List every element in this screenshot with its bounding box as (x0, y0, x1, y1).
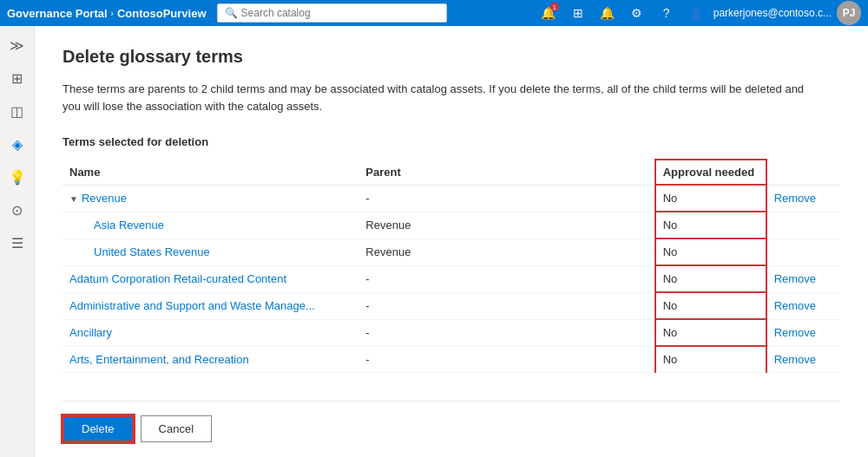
cell-parent: - (358, 346, 654, 373)
term-link[interactable]: Ancillary (69, 326, 112, 339)
settings-icon[interactable]: ⚙ (625, 1, 649, 25)
help-icon[interactable]: ? (654, 1, 679, 25)
cell-name: ▼Revenue (62, 185, 358, 212)
cell-action: Remove (766, 319, 840, 346)
remove-link[interactable]: Remove (774, 272, 816, 285)
cell-action (766, 212, 840, 238)
term-link[interactable]: Administrative and Support and Waste Man… (69, 299, 315, 312)
user-name: parkerjones@contoso.c... (713, 7, 832, 19)
brand-area: Governance Portal › ContosoPurview (7, 7, 207, 20)
remove-link[interactable]: Remove (774, 299, 816, 312)
brand-chevron: › (111, 9, 114, 18)
footer-buttons: Delete Cancel (62, 401, 840, 442)
notifications-icon[interactable]: 🔔 1 (536, 1, 561, 25)
avatar[interactable]: PJ (837, 1, 861, 25)
notification-badge: 1 (550, 3, 559, 11)
cell-approval: No (655, 185, 766, 212)
glossary-icon: ◈ (12, 136, 23, 153)
table-row: United States RevenueRevenueNo (62, 238, 840, 265)
cell-approval: No (655, 212, 766, 238)
sidebar: ≫ ⊞ ◫ ◈ 💡 ⊙ ☰ (0, 26, 35, 457)
bell-icon[interactable]: 🔔 (595, 1, 620, 25)
brand-name[interactable]: Governance Portal (7, 7, 108, 20)
cell-parent: - (358, 319, 654, 346)
page-title: Delete glossary terms (62, 47, 840, 67)
cancel-button[interactable]: Cancel (141, 415, 212, 442)
cell-action (766, 238, 840, 265)
sidebar-toggle[interactable]: ≫ (2, 29, 33, 61)
cell-action: Remove (766, 185, 840, 212)
toggle-icon: ≫ (10, 37, 24, 54)
sidebar-item-insights[interactable]: 💡 (2, 161, 33, 193)
chevron-down-icon: ▼ (69, 194, 78, 204)
cell-parent: Revenue (358, 238, 654, 265)
terms-table: Name Parent Approval needed ▼Revenue-NoR… (62, 159, 840, 373)
remove-link[interactable]: Remove (774, 326, 816, 339)
col-header-action (766, 160, 840, 185)
cell-approval: No (655, 292, 766, 319)
sidebar-item-browse[interactable]: ◫ (2, 95, 33, 127)
purview-name[interactable]: ContosoPurview (117, 7, 207, 20)
remove-link[interactable]: Remove (774, 353, 816, 366)
table-row: Adatum Corporation Retail-curated Conten… (62, 265, 840, 292)
search-box[interactable]: 🔍 (217, 3, 447, 23)
cell-approval: No (655, 265, 766, 292)
management-icon: ☰ (11, 235, 23, 251)
description-text: These terms are parents to 2 child terms… (62, 81, 818, 114)
delete-button[interactable]: Delete (62, 415, 134, 442)
cell-approval: No (655, 346, 766, 373)
section-label: Terms selected for deletion (62, 135, 840, 148)
table-header-row: Name Parent Approval needed (62, 160, 840, 185)
cell-parent: - (358, 292, 654, 319)
cell-approval: No (655, 238, 766, 265)
cell-approval: No (655, 319, 766, 346)
cell-action: Remove (766, 265, 840, 292)
insights-icon: 💡 (9, 169, 26, 186)
cell-action: Remove (766, 292, 840, 319)
remove-link[interactable]: Remove (774, 192, 816, 205)
description-part1: These terms are parents to 2 child terms… (62, 82, 782, 95)
cell-action: Remove (766, 346, 840, 373)
term-link[interactable]: Adatum Corporation Retail-curated Conten… (69, 272, 286, 285)
sidebar-item-home[interactable]: ⊞ (2, 62, 33, 94)
search-icon: 🔍 (225, 7, 238, 19)
table-row: ▼Revenue-NoRemove (62, 185, 840, 212)
browse-icon: ◫ (10, 103, 23, 120)
datamap-icon: ⊙ (11, 202, 23, 219)
sidebar-item-glossary[interactable]: ◈ (2, 128, 33, 160)
cell-parent: Revenue (358, 212, 654, 238)
nav-icons-area: 🔔 1 ⊞ 🔔 ⚙ ? 👤 parkerjones@contoso.c... P… (536, 1, 861, 25)
top-navigation: Governance Portal › ContosoPurview 🔍 🔔 1… (0, 0, 868, 26)
table-row: Administrative and Support and Waste Man… (62, 292, 840, 319)
search-input[interactable] (241, 7, 439, 19)
main-layout: ≫ ⊞ ◫ ◈ 💡 ⊙ ☰ Delete glossary terms Thes… (0, 26, 868, 457)
col-header-parent: Parent (358, 160, 654, 185)
col-header-approval: Approval needed (655, 160, 766, 185)
cell-name: Asia Revenue (62, 212, 358, 238)
cell-name: Ancillary (62, 319, 358, 346)
sidebar-item-management[interactable]: ☰ (2, 227, 33, 258)
term-link[interactable]: United States Revenue (69, 245, 210, 258)
cell-parent: - (358, 265, 654, 292)
person-icon[interactable]: 👤 (684, 1, 708, 25)
cell-name: United States Revenue (62, 238, 358, 265)
table-row: Asia RevenueRevenueNo (62, 212, 840, 238)
term-link[interactable]: Asia Revenue (69, 219, 164, 232)
term-link[interactable]: Arts, Entertainment, and Recreation (69, 353, 249, 366)
grid-icon[interactable]: ⊞ (566, 1, 590, 25)
home-icon: ⊞ (11, 70, 23, 87)
table-row: Arts, Entertainment, and Recreation-NoRe… (62, 346, 840, 373)
user-area[interactable]: parkerjones@contoso.c... PJ (713, 1, 861, 25)
cell-parent: - (358, 185, 654, 212)
cell-name: Arts, Entertainment, and Recreation (62, 346, 358, 373)
sidebar-item-datamap[interactable]: ⊙ (2, 194, 33, 225)
content-area: Delete glossary terms These terms are pa… (35, 26, 868, 457)
cell-name: Adatum Corporation Retail-curated Conten… (62, 265, 358, 292)
cell-name: Administrative and Support and Waste Man… (62, 292, 358, 319)
col-header-name: Name (62, 160, 358, 185)
term-link[interactable]: Revenue (82, 192, 127, 205)
table-row: Ancillary-NoRemove (62, 319, 840, 346)
